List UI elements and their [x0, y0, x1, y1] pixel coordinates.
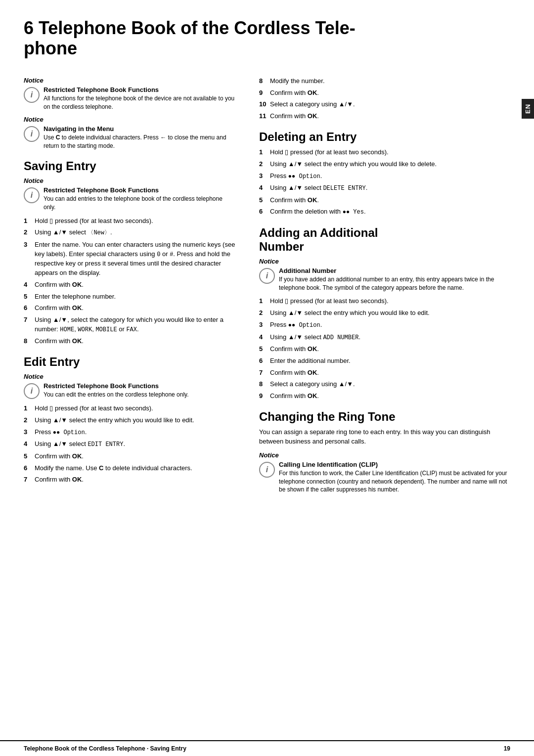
- adding-additional-section: Adding an AdditionalNumber Notice i Addi…: [259, 226, 510, 401]
- step-add-5: 5 Confirm with OK.: [259, 345, 510, 354]
- footer-page-number: 19: [504, 745, 510, 752]
- notice-label-1: Notice: [24, 77, 235, 84]
- step-save-6: 6 Confirm with OK.: [24, 304, 235, 313]
- saving-entry-steps: 1 Hold ▯ pressed (for at least two secon…: [24, 217, 235, 347]
- step-edit-6: 6 Modify the name. Use C to delete indiv…: [24, 464, 235, 473]
- content-area: Notice i Restricted Telephone Book Funct…: [0, 59, 534, 740]
- step-edit-8: 8 Modify the number.: [259, 77, 510, 86]
- changing-ring-tone-intro: You can assign a separate ring tone to e…: [259, 428, 510, 446]
- info-icon-additional: i: [259, 268, 275, 284]
- notice-title-saving: Restricted Telephone Book Functions: [44, 186, 235, 194]
- step-edit-10: 10 Select a category using ▲/▼.: [259, 100, 510, 109]
- step-add-2: 2 Using ▲/▼ select the entry which you w…: [259, 309, 510, 318]
- edit-entry-section: Edit Entry Notice i Restricted Telephone…: [24, 355, 235, 485]
- deleting-entry-section: Deleting an Entry 1 Hold ▯ pressed (for …: [259, 130, 510, 217]
- notice-box-saving: i Restricted Telephone Book Functions Yo…: [24, 186, 235, 212]
- deleting-entry-steps: 1 Hold ▯ pressed (for at least two secon…: [259, 148, 510, 217]
- page-title: 6 Telephone Book of the Cordless Tele- p…: [24, 18, 510, 59]
- step-edit-1: 1 Hold ▯ pressed (for at least two secon…: [24, 404, 235, 413]
- edit-entry-continued-steps: 8 Modify the number. 9 Confirm with OK. …: [259, 77, 510, 121]
- notice-text-2: Use C to delete individual characters. P…: [44, 133, 235, 150]
- step-edit-7: 7 Confirm with OK.: [24, 475, 235, 485]
- notice-label-2: Notice: [24, 116, 235, 123]
- step-save-1: 1 Hold ▯ pressed (for at least two secon…: [24, 217, 235, 226]
- step-add-4: 4 Using ▲/▼ select ADD NUMBER.: [259, 333, 510, 342]
- info-icon-1: i: [24, 87, 40, 103]
- step-edit-5: 5 Confirm with OK.: [24, 452, 235, 461]
- notice-content-ring-tone: Calling Line Identification (CLIP) For t…: [279, 461, 510, 494]
- notice-navigating: Notice i Navigating in the Menu Use C to…: [24, 116, 235, 150]
- changing-ring-tone-title: Changing the Ring Tone: [259, 410, 510, 424]
- notice-label-additional: Notice: [259, 258, 510, 265]
- notice-title-2: Navigating in the Menu: [44, 125, 235, 133]
- notice-edit: Notice i Restricted Telephone Book Funct…: [24, 373, 235, 399]
- step-edit-4: 4 Using ▲/▼ select EDIT ENTRY.: [24, 440, 235, 449]
- adding-additional-steps: 1 Hold ▯ pressed (for at least two secon…: [259, 297, 510, 401]
- notice-label-ring-tone: Notice: [259, 451, 510, 459]
- step-add-9: 9 Confirm with OK.: [259, 392, 510, 401]
- notice-text-additional: If you have added an additional number t…: [279, 275, 510, 292]
- notice-ring-tone: Notice i Calling Line Identification (CL…: [259, 451, 510, 494]
- page-footer: Telephone Book of the Cordless Telephone…: [0, 740, 534, 756]
- notice-text-ring-tone: For this function to work, the Caller Li…: [279, 469, 510, 494]
- edit-entry-title: Edit Entry: [24, 355, 235, 369]
- step-del-5: 5 Confirm with OK.: [259, 196, 510, 205]
- step-edit-2: 2 Using ▲/▼ select the entry which you w…: [24, 416, 235, 425]
- saving-entry-title: Saving Entry: [24, 159, 235, 173]
- notice-box-1: i Restricted Telephone Book Functions Al…: [24, 86, 235, 111]
- notice-text-edit: You can edit the entries on the cordless…: [44, 391, 235, 399]
- notice-content-edit: Restricted Telephone Book Functions You …: [44, 382, 235, 399]
- saving-entry-section: Saving Entry Notice i Restricted Telepho…: [24, 159, 235, 346]
- step-add-7: 7 Confirm with OK.: [259, 368, 510, 378]
- step-del-1: 1 Hold ▯ pressed (for at least two secon…: [259, 148, 510, 157]
- right-column: 8 Modify the number. 9 Confirm with OK. …: [247, 77, 534, 740]
- step-edit-11: 11 Confirm with OK.: [259, 112, 510, 121]
- step-del-3: 3 Press ●● Option.: [259, 172, 510, 181]
- notice-text-1: All functions for the telephone book of …: [44, 94, 235, 111]
- info-icon-2: i: [24, 126, 40, 142]
- info-icon-ring-tone: i: [259, 462, 275, 478]
- step-add-8: 8 Select a category using ▲/▼.: [259, 380, 510, 389]
- step-save-8: 8 Confirm with OK.: [24, 337, 235, 346]
- footer-left-text: Telephone Book of the Cordless Telephone…: [24, 745, 186, 752]
- step-del-4: 4 Using ▲/▼ select DELETE ENTRY.: [259, 183, 510, 193]
- notice-content-additional: Additional Number If you have added an a…: [279, 267, 510, 292]
- notice-text-saving: You can add entries to the telephone boo…: [44, 195, 235, 212]
- notice-box-2: i Navigating in the Menu Use C to delete…: [24, 125, 235, 150]
- step-add-1: 1 Hold ▯ pressed (for at least two secon…: [259, 297, 510, 306]
- info-icon-saving: i: [24, 187, 40, 203]
- main-title-block: 6 Telephone Book of the Cordless Tele- p…: [0, 0, 534, 59]
- step-add-6: 6 Enter the additional number.: [259, 356, 510, 366]
- left-column: Notice i Restricted Telephone Book Funct…: [0, 77, 247, 740]
- notice-box-edit: i Restricted Telephone Book Functions Yo…: [24, 382, 235, 399]
- notice-additional: Notice i Additional Number If you have a…: [259, 258, 510, 292]
- step-del-2: 2 Using ▲/▼ select the entry which you w…: [259, 160, 510, 169]
- notice-box-ring-tone: i Calling Line Identification (CLIP) For…: [259, 461, 510, 494]
- adding-additional-title: Adding an AdditionalNumber: [259, 226, 510, 254]
- changing-ring-tone-section: Changing the Ring Tone You can assign a …: [259, 410, 510, 494]
- notice-title-1: Restricted Telephone Book Functions: [44, 86, 235, 93]
- notice-content-1: Restricted Telephone Book Functions All …: [44, 86, 235, 111]
- page: EN 6 Telephone Book of the Cordless Tele…: [0, 0, 534, 756]
- notice-content-2: Navigating in the Menu Use C to delete i…: [44, 125, 235, 150]
- edit-entry-steps: 1 Hold ▯ pressed (for at least two secon…: [24, 404, 235, 485]
- step-save-4: 4 Confirm with OK.: [24, 280, 235, 290]
- en-language-tab: EN: [522, 99, 534, 119]
- info-icon-edit: i: [24, 383, 40, 399]
- step-save-5: 5 Enter the telephone number.: [24, 292, 235, 302]
- notice-content-saving: Restricted Telephone Book Functions You …: [44, 186, 235, 212]
- notice-label-edit: Notice: [24, 373, 235, 380]
- notice-title-edit: Restricted Telephone Book Functions: [44, 382, 235, 390]
- step-edit-3: 3 Press ●● Option.: [24, 428, 235, 437]
- notice-restricted-main: Notice i Restricted Telephone Book Funct…: [24, 77, 235, 111]
- step-save-2: 2 Using ▲/▼ select 〈New〉.: [24, 228, 235, 237]
- notice-title-additional: Additional Number: [279, 267, 510, 274]
- step-save-3: 3 Enter the name. You can enter characte…: [24, 240, 235, 278]
- notice-label-saving: Notice: [24, 177, 235, 184]
- deleting-entry-title: Deleting an Entry: [259, 130, 510, 144]
- notice-box-additional: i Additional Number If you have added an…: [259, 267, 510, 292]
- step-edit-9: 9 Confirm with OK.: [259, 89, 510, 98]
- step-del-6: 6 Confirm the deletion with ●● Yes.: [259, 207, 510, 217]
- step-add-3: 3 Press ●● Option.: [259, 320, 510, 330]
- step-save-7: 7 Using ▲/▼, select the category for whi…: [24, 315, 235, 334]
